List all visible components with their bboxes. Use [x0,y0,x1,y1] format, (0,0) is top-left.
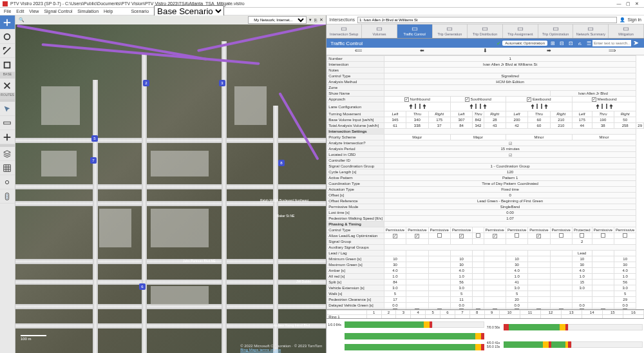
menu-view[interactable]: View [29,9,39,14]
svg-point-4 [7,194,8,195]
tab-trip-optimization[interactable]: Trip Optimization [538,24,574,38]
timing-diagram[interactable]: 1/0.0 84s7/0.0 56s4/0.0 41s 5/0.0 15s [327,318,644,353]
tab-trip-distribution[interactable]: Trip Distribution [468,24,503,38]
menu-edit[interactable]: Edit [16,9,24,14]
tool-icon-1[interactable]: ⊞ [549,39,556,47]
tool-link[interactable] [0,175,15,189]
tool-icon-5[interactable]: ☰ [585,39,592,47]
tab-volumes[interactable]: Volumes [362,24,397,38]
map-search-icon[interactable]: 🔍 [18,16,26,24]
node-marker[interactable]: 2 [143,80,149,86]
svg-point-6 [7,197,8,198]
intersection-selector[interactable] [357,17,617,23]
tool-layers[interactable] [0,147,15,161]
map-credits: © 2022 Microsoft Corporation · © 2023 To… [240,344,322,352]
nav-down[interactable]: ⬇ [453,48,517,55]
map-close-icon[interactable]: ✕ [319,17,323,23]
svg-rect-10 [448,28,453,30]
label-base: BASE [0,72,15,79]
scenario-label: Scenario [131,9,149,14]
svg-rect-12 [518,28,523,30]
tool-roundabout[interactable] [0,30,15,44]
network-select[interactable]: My Network; Internet... [248,16,307,24]
svg-rect-15 [623,28,629,30]
tool-zone[interactable] [0,58,15,72]
check-icon[interactable]: ✔ [495,39,502,47]
svg-rect-9 [412,28,417,30]
tool-pan[interactable] [0,130,15,144]
street-label: Baker St NE [277,214,295,218]
nav-prev-all[interactable]: ⟸ [327,48,390,55]
tab-intersection-setup[interactable]: Intersection Setup [327,24,362,38]
app-icon [3,1,8,6]
tool-intersection[interactable] [0,15,15,30]
tab-traffic-control[interactable]: Traffic Control [397,24,433,38]
svg-rect-8 [377,28,382,30]
street-label: John Portman Blvd NE [183,259,216,263]
close-button[interactable]: ✕ [632,1,641,6]
nav-next-all[interactable]: ⟹ [580,48,644,55]
menu-bar: File Edit View Signal Control Simulation… [0,8,644,15]
tab-network-summary[interactable]: Network Summary [573,24,609,38]
auto-opt-button[interactable]: Automatic Optimization [502,41,547,46]
left-toolbar: BASE ROUTES [0,15,15,353]
context-label: Intersections [329,17,355,22]
tool-ramp[interactable] [0,44,15,58]
svg-point-5 [7,196,8,197]
map-pin-icon[interactable]: ⎘ [314,18,317,23]
bing-link[interactable]: Bing Maps terms of use [240,348,281,352]
node-marker[interactable]: 6 [139,283,146,290]
tool-icon-4[interactable]: ⎌ [576,39,583,47]
nav-prev[interactable]: ⬅ [390,48,454,55]
nav-next[interactable]: ➡ [517,48,581,55]
tool-icon-3[interactable]: ⊡ [567,39,574,47]
tool-icon-2[interactable]: ⊟ [558,39,565,47]
menu-signal-control[interactable]: Signal Control [44,9,72,14]
street-label: Ralph McGill Boulevard Northeast [260,198,308,202]
tab-trip-generation[interactable]: Trip Generation [433,24,468,38]
menu-help[interactable]: Help [104,9,113,14]
svg-rect-7 [341,28,346,30]
map-scale: 100 m [21,335,46,341]
svg-rect-13 [553,28,558,30]
tab-mitigation[interactable]: Mitigation [609,24,644,38]
street-label: JW Dobbs [296,280,311,283]
search-go-icon[interactable]: ⮞ [632,39,640,47]
search-input[interactable] [592,40,631,46]
tab-trip-assignment[interactable]: Trip Assignment [503,24,538,38]
map-view[interactable]: 2 3 5 7 8 6 Ralph McGill Boulevard North… [15,15,326,353]
maximize-button[interactable]: ▢ [623,1,632,6]
node-marker[interactable]: 5 [91,135,98,142]
tool-measure[interactable] [0,116,15,130]
signin-link[interactable]: Sign in [628,17,641,22]
data-grid[interactable]: Number1IntersectionIvan Allen Jr Blvd at… [327,55,644,309]
svg-rect-14 [589,28,594,30]
svg-point-0 [5,33,10,39]
node-marker[interactable]: 8 [278,160,285,166]
label-routes: ROUTES [0,93,15,99]
tc-title: Traffic Control [330,41,363,46]
minimize-button[interactable]: — [614,1,623,6]
node-marker[interactable]: 3 [219,80,225,86]
street-label: Andrew Young Intrntl Blvd [273,323,310,327]
menu-simulation[interactable]: Simulation [77,9,99,14]
signin-icon[interactable]: 👤 [620,17,625,23]
svg-rect-2 [4,122,11,124]
menu-file[interactable]: File [4,9,11,14]
tool-grid[interactable] [0,161,15,175]
tool-select[interactable] [0,102,15,116]
tool-route1[interactable] [0,79,15,93]
svg-rect-11 [482,28,488,30]
node-marker[interactable]: 7 [90,157,97,164]
svg-rect-1 [5,62,10,68]
tool-signal[interactable] [0,189,15,204]
map-menu-icon[interactable]: ▾ [309,17,312,23]
